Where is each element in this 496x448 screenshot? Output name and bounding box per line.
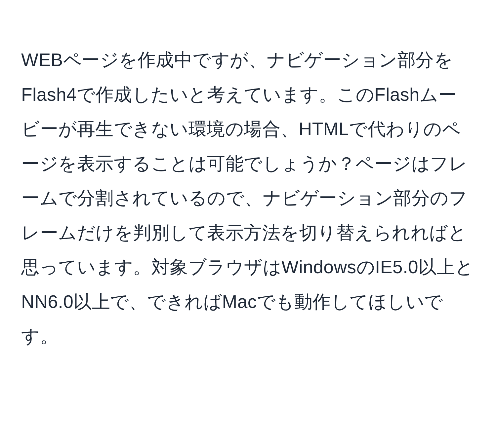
body-paragraph: WEBページを作成中ですが、ナビゲーション部分をFlash4で作成したいと考えて… <box>21 43 475 354</box>
document-page: WEBページを作成中ですが、ナビゲーション部分をFlash4で作成したいと考えて… <box>0 0 496 448</box>
